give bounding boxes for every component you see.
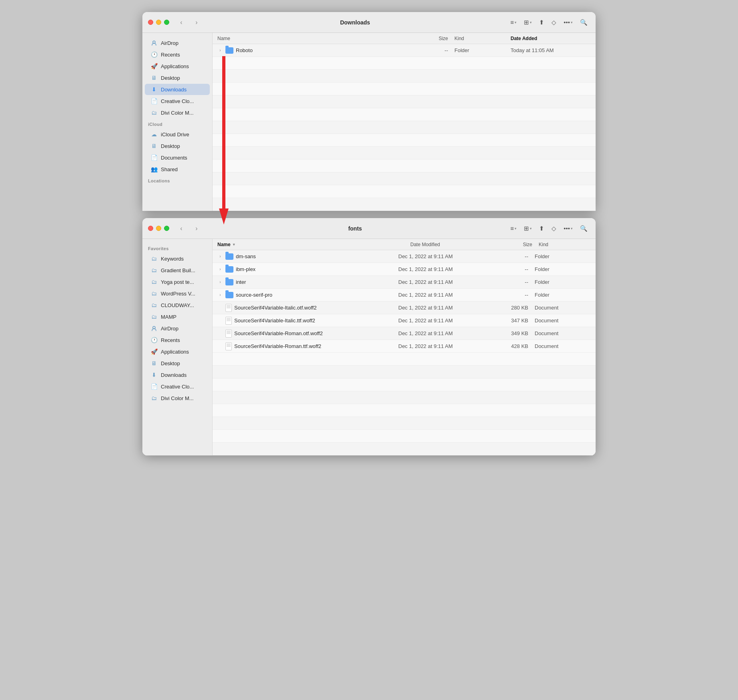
file-row-ss4-roman-ttf[interactable]: SourceSerif4Variable-Roman.ttf.woff2 Dec…	[213, 340, 596, 353]
empty-row-w2-3	[213, 378, 596, 391]
sidebar-item-desktop-1[interactable]: 🖥 Desktop	[145, 72, 210, 83]
col2-name-header[interactable]: Name ▼	[217, 242, 410, 247]
ss4-roman-ttf-size: 428 KB	[487, 343, 535, 349]
creative-label-2: Creative Clo...	[161, 384, 194, 390]
recents-label-2: Recents	[161, 337, 180, 343]
tag-button-1[interactable]: ◇	[549, 17, 559, 28]
grid-view-chevron-1: ▾	[530, 20, 532, 24]
minimize-button-2[interactable]	[156, 226, 161, 231]
more-button-1[interactable]: ••• ▾	[561, 17, 575, 28]
list-view-button-1[interactable]: ≡ ▾	[508, 17, 519, 28]
share-button-1[interactable]: ⬆	[537, 17, 547, 28]
sidebar-item-icloud-drive[interactable]: ☁ iCloud Drive	[145, 129, 210, 140]
desktop-label-2: Desktop	[161, 360, 180, 366]
gradient-icon: 🗂	[150, 267, 158, 274]
svg-point-2	[153, 41, 155, 43]
toolbar-1: ‹ › Downloads ≡ ▾ ⊞ ▾ ⬆ ◇ •••	[142, 12, 596, 33]
sidebar-item-keywords[interactable]: 🗂 Keywords	[145, 253, 210, 264]
col-headers-2: Name ▼ Date Modified Size Kind	[213, 239, 596, 250]
col2-date-header[interactable]: Date Modified	[410, 242, 499, 247]
dm-sans-label: dm-sans	[236, 253, 256, 259]
sidebar-item-creative-2[interactable]: 📄 Creative Clo...	[145, 381, 210, 392]
col2-size-header[interactable]: Size	[499, 242, 539, 247]
sidebar-item-shared[interactable]: 👥 Shared	[145, 164, 210, 175]
content-1: Name Size Kind Date Added › Roboto -- Fo…	[213, 33, 596, 211]
close-button-1[interactable]	[148, 20, 153, 25]
empty-row-7	[213, 134, 596, 147]
expand-chevron-source-serif-pro[interactable]: ›	[217, 293, 223, 297]
forward-button-1[interactable]: ›	[191, 17, 202, 28]
minimize-button-1[interactable]	[156, 20, 161, 25]
toolbar-actions-2: ≡ ▾ ⊞ ▾ ⬆ ◇ ••• ▾ 🔍	[508, 223, 590, 234]
sidebar-item-airdrop-1[interactable]: AirDrop	[145, 37, 210, 49]
ibm-plex-size: --	[487, 266, 535, 272]
grid-view-button-2[interactable]: ⊞ ▾	[521, 223, 534, 234]
applications-icon-2: 🚀	[150, 348, 158, 355]
expand-chevron-inter[interactable]: ›	[217, 280, 223, 284]
fullscreen-button-2[interactable]	[164, 226, 169, 231]
window-body-1: AirDrop 🕐 Recents 🚀 Applications 🖥 Deskt…	[142, 33, 596, 211]
fullscreen-button-1[interactable]	[164, 20, 169, 25]
tag-button-2[interactable]: ◇	[549, 223, 559, 234]
sidebar-item-applications-1[interactable]: 🚀 Applications	[145, 61, 210, 72]
file-row-source-serif-pro[interactable]: › source-serif-pro Dec 1, 2022 at 9:11 A…	[213, 289, 596, 301]
close-button-2[interactable]	[148, 226, 153, 231]
file-row-roboto[interactable]: › Roboto -- Folder Today at 11:05 AM	[213, 44, 596, 57]
documents-label: Documents	[161, 155, 187, 161]
sidebar-item-downloads-1[interactable]: ⬇ Downloads	[145, 84, 210, 95]
file-row-ss4-italic-otf[interactable]: SourceSerif4Variable-Italic.otf.woff2 De…	[213, 301, 596, 314]
divi-icon-1: 🗂	[150, 109, 158, 116]
sidebar-item-icloud-desktop[interactable]: 🖥 Desktop	[145, 140, 210, 152]
file-row-ibm-plex[interactable]: › ibm-plex Dec 1, 2022 at 9:11 AM -- Fol…	[213, 263, 596, 276]
file-row-ss4-roman-otf[interactable]: SourceSerif4Variable-Roman.otf.woff2 Dec…	[213, 327, 596, 340]
grid-view-button-1[interactable]: ⊞ ▾	[521, 17, 534, 28]
search-icon-2: 🔍	[580, 225, 588, 232]
list-view-icon-1: ≡	[510, 19, 514, 26]
sidebar-item-recents-2[interactable]: 🕐 Recents	[145, 334, 210, 346]
sidebar-item-applications-2[interactable]: 🚀 Applications	[145, 346, 210, 357]
sidebar-item-mamp[interactable]: 🗂 MAMP	[145, 311, 210, 322]
expand-chevron-dm-sans[interactable]: ›	[217, 254, 223, 259]
back-button-1[interactable]: ‹	[176, 17, 187, 28]
downloads-icon-1: ⬇	[150, 86, 158, 93]
sidebar-item-wordpress[interactable]: 🗂 WordPress V...	[145, 288, 210, 299]
share-button-2[interactable]: ⬆	[537, 223, 547, 234]
desktop-label-1: Desktop	[161, 75, 180, 81]
inter-kind: Folder	[535, 279, 591, 285]
search-button-1[interactable]: 🔍	[578, 17, 590, 28]
expand-chevron-roboto[interactable]: ›	[217, 48, 223, 53]
window-title-1: Downloads	[206, 19, 504, 26]
search-button-2[interactable]: 🔍	[578, 223, 590, 234]
icloud-desktop-icon: 🖥	[150, 142, 158, 150]
sidebar-item-documents[interactable]: 📄 Documents	[145, 152, 210, 163]
more-button-2[interactable]: ••• ▾	[561, 223, 575, 234]
sidebar-item-yoga[interactable]: 🗂 Yoga post te...	[145, 276, 210, 287]
sidebar-item-desktop-2[interactable]: 🖥 Desktop	[145, 358, 210, 369]
ss4-roman-otf-label: SourceSerif4Variable-Roman.otf.woff2	[234, 330, 323, 336]
sidebar-item-gradient[interactable]: 🗂 Gradient Buil...	[145, 265, 210, 276]
inter-label: inter	[236, 279, 246, 285]
ss4-roman-otf-size: 349 KB	[487, 330, 535, 336]
cloudway-icon: 🗂	[150, 301, 158, 309]
file-row-ss4-italic-ttf[interactable]: SourceSerif4Variable-Italic.ttf.woff2 De…	[213, 314, 596, 327]
shared-label: Shared	[161, 166, 178, 172]
sidebar-item-divi-1[interactable]: 🗂 Divi Color M...	[145, 107, 210, 118]
sidebar-item-downloads-2[interactable]: ⬇ Downloads	[145, 369, 210, 380]
col2-kind-header[interactable]: Kind	[539, 242, 591, 247]
sidebar-item-divi-2[interactable]: 🗂 Divi Color M...	[145, 392, 210, 404]
list-view-button-2[interactable]: ≡ ▾	[508, 223, 519, 234]
sidebar-item-recents-1[interactable]: 🕐 Recents	[145, 49, 210, 60]
ss4-roman-ttf-date: Dec 1, 2022 at 9:11 AM	[398, 343, 487, 349]
roboto-label: Roboto	[236, 47, 253, 53]
sidebar-item-airdrop-2[interactable]: AirDrop	[145, 323, 210, 334]
empty-rows-1	[213, 57, 596, 211]
sidebar-item-cloudway[interactable]: 🗂 CLOUDWAY...	[145, 299, 210, 311]
source-serif-pro-label: source-serif-pro	[236, 292, 272, 298]
back-button-2[interactable]: ‹	[176, 223, 187, 234]
sidebar-item-creative-1[interactable]: 📄 Creative Clo...	[145, 95, 210, 107]
file-row-inter[interactable]: › inter Dec 1, 2022 at 9:11 AM -- Folder	[213, 276, 596, 289]
file-row-dm-sans[interactable]: › dm-sans Dec 1, 2022 at 9:11 AM -- Fold…	[213, 250, 596, 263]
ss4-italic-otf-date: Dec 1, 2022 at 9:11 AM	[398, 305, 487, 311]
forward-button-2[interactable]: ›	[191, 223, 202, 234]
expand-chevron-ibm-plex[interactable]: ›	[217, 267, 223, 271]
